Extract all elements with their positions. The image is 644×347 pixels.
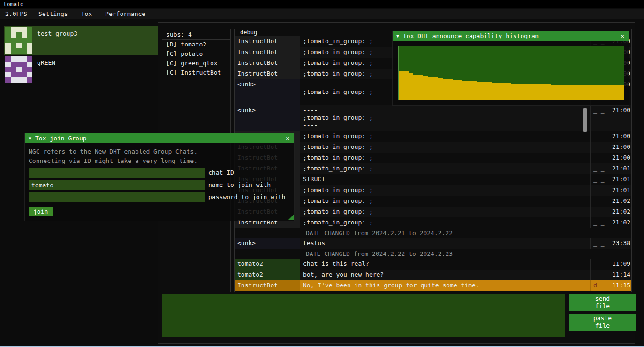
chat-timestamp: 21:01 <box>609 174 631 185</box>
chat-message-text: testus <box>300 238 590 249</box>
chat-row[interactable]: <unk>testus_ _23:38 <box>235 238 631 249</box>
histogram-bar <box>580 85 584 100</box>
chat-id-label: chat ID <box>208 168 234 178</box>
histogram-bar <box>507 83 511 100</box>
histogram-bar <box>462 81 467 100</box>
collapse-arrow-icon[interactable]: ▼ <box>396 33 399 39</box>
chat-row[interactable]: tomato2bot, are you new here?_ _11:14 <box>235 270 631 280</box>
dht-histogram-titlebar[interactable]: ▼ Tox DHT announce capability histogram … <box>393 31 629 41</box>
app-window: tomato 2.0FPS SettingsToxPerformance tes… <box>0 0 644 347</box>
histogram-bar <box>614 85 619 100</box>
histogram-bar <box>443 79 447 100</box>
histogram-bar <box>453 80 457 100</box>
chat-timestamp: 21:02 <box>609 217 631 228</box>
subs-list: [D] tomato2[C] potato[C] green_qtox[C] I… <box>162 40 230 77</box>
menubar: 2.0FPS SettingsToxPerformance <box>0 9 644 19</box>
histogram-bar <box>472 81 477 100</box>
chat-timestamp: 21:02 <box>609 207 631 217</box>
histogram-bar <box>423 76 428 100</box>
histogram-bar <box>399 71 403 100</box>
histogram-bar <box>501 83 506 100</box>
chat-flags: _ _ <box>590 174 609 185</box>
menu-item-tox[interactable]: Tox <box>75 9 98 19</box>
histogram-bar <box>418 75 423 100</box>
group-avatar <box>5 27 32 54</box>
chat-message-text: ;tomato_in_group: ; <box>300 131 590 142</box>
chat-message-text: ----;tomato_in_group: ;---- <box>300 105 590 131</box>
chat-flags: _ _ <box>590 131 609 142</box>
chat-row[interactable]: InstructBotNo, I've been in this group f… <box>235 280 631 291</box>
histogram-bar <box>585 85 590 100</box>
join-button[interactable]: join <box>29 207 53 216</box>
histogram-bar <box>521 84 526 100</box>
histogram-bar <box>526 84 530 100</box>
group-item-gREEN[interactable]: gREEN <box>4 55 158 84</box>
join-desc-line1: NGC refers to the New DHT enabled Group … <box>29 147 290 156</box>
histogram-bar <box>511 84 516 100</box>
join-password-input[interactable] <box>29 192 205 202</box>
subs-item[interactable]: [C] InstructBot <box>162 68 230 77</box>
chat-flags: _ _ <box>590 259 609 270</box>
chat-message-text: No, I've been in this group for quite so… <box>300 280 590 291</box>
chat-row[interactable]: tomato2chat is this real?_ _11:09 <box>235 259 631 270</box>
subs-item[interactable]: [D] tomato2 <box>162 40 230 49</box>
chat-timestamp: 21:00 <box>609 131 631 142</box>
group-label: gREEN <box>37 59 55 84</box>
join-group-titlebar[interactable]: ▼ Tox join Group ✕ <box>25 133 294 143</box>
chat-author: <unk> <box>235 79 300 105</box>
chat-message-text: ;tomato_in_group: ; <box>300 207 590 217</box>
histogram-bar <box>609 85 614 100</box>
histogram-bar <box>477 82 482 100</box>
join-group-body: NGC refers to the New DHT enabled Group … <box>25 143 294 221</box>
chat-flags: _ _ <box>590 217 609 228</box>
close-icon[interactable]: ✕ <box>620 32 625 39</box>
histogram-bar <box>467 81 472 100</box>
histogram-bars <box>398 46 624 100</box>
chat-scrollbar-thumb[interactable] <box>583 108 587 132</box>
histogram-bar <box>531 84 536 100</box>
close-icon[interactable]: ✕ <box>285 135 290 142</box>
join-desc-line2: Connecting via ID might take a very long… <box>29 156 290 166</box>
chat-timestamp: 11:09 <box>609 259 631 270</box>
chat-flags: _ _ <box>590 238 609 249</box>
send-file-button[interactable]: send file <box>569 294 636 311</box>
chat-timestamp: 21:01 <box>609 163 631 174</box>
histogram-bar <box>516 84 521 100</box>
chat-message-text: chat is this real? <box>300 259 590 270</box>
chat-id-input[interactable] <box>29 168 205 178</box>
histogram-bar <box>560 85 565 100</box>
histogram-bar <box>482 82 486 100</box>
histogram-bar <box>447 79 452 100</box>
resize-grip[interactable] <box>288 215 294 220</box>
fps-counter: 2.0FPS <box>0 9 32 19</box>
menu-item-performance[interactable]: Performance <box>98 9 152 19</box>
dht-histogram-window-title: Tox DHT announce capability histogram <box>403 32 539 39</box>
collapse-arrow-icon[interactable]: ▼ <box>29 136 31 141</box>
dht-histogram-window: ▼ Tox DHT announce capability histogram … <box>392 31 629 106</box>
message-input[interactable] <box>162 294 565 337</box>
chat-author: tomato2 <box>235 259 300 270</box>
subs-item[interactable]: [C] potato <box>162 49 230 59</box>
chat-timestamp: 11:14 <box>609 270 631 280</box>
paste-file-button[interactable]: paste file <box>569 314 636 331</box>
chat-flags: _ _ <box>590 153 609 163</box>
chat-author: tomato2 <box>235 270 300 280</box>
histogram-bar <box>599 85 604 100</box>
histogram-bar <box>541 84 546 100</box>
subs-item[interactable]: [C] green_qtox <box>162 59 230 68</box>
chat-author: InstructBot <box>235 58 300 69</box>
chat-flags: _ _ <box>590 105 609 131</box>
group-item-test_group3[interactable]: test_group3 <box>4 26 158 55</box>
histogram-bar <box>413 75 418 100</box>
menu-item-settings[interactable]: Settings <box>32 9 75 19</box>
histogram-bar <box>497 83 501 100</box>
chat-row[interactable]: <unk>----;tomato_in_group: ;----_ _21:00 <box>235 105 631 131</box>
histogram-bar <box>595 85 599 100</box>
window-title: tomato <box>3 1 23 8</box>
subs-header: subs: 4 <box>162 29 230 40</box>
chat-author: InstructBot <box>235 69 300 79</box>
chat-flags: _ _ <box>590 142 609 153</box>
histogram-bar <box>403 71 408 100</box>
histogram-bar <box>570 85 575 100</box>
join-name-input[interactable] <box>29 180 205 190</box>
